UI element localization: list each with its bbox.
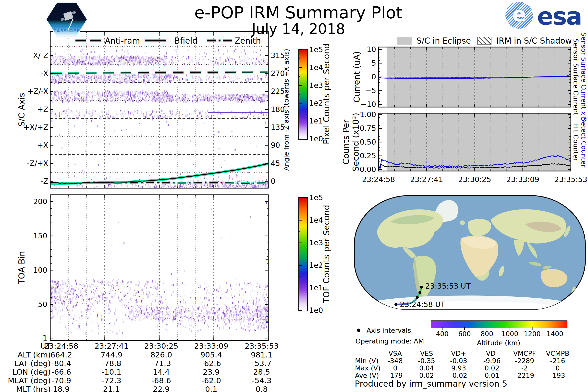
sc-axis-row-label: -Z/+X (27, 160, 48, 167)
voltage-cell: -0.35 (418, 358, 435, 364)
pixel-cbar-tick: 1e1 (309, 117, 323, 125)
voltage-cell: -2219 (515, 372, 534, 379)
legend-shadow-label: IRM in S/C Shadow (496, 37, 572, 45)
plot-graphics (0, 0, 588, 392)
current-ytick: −5 (365, 87, 376, 94)
ephemeris-row-label: ALT (km) (18, 351, 51, 359)
sensor-surface-current-label: Sensor Surface Current (572, 38, 579, 116)
altitude-tick: 1200 (524, 330, 541, 337)
ephemeris-cell: 23:35:53 (244, 342, 278, 350)
voltage-cell: 0.01 (484, 372, 499, 379)
ephemeris-cell: -62.0 (202, 377, 221, 384)
right-time-tick: 23:30:25 (458, 176, 491, 183)
ephemeris-cell: 0.1 (205, 386, 217, 392)
axis-intervals-label: Axis intervals (366, 327, 411, 334)
ephemeris-cell: 21.1 (103, 386, 120, 392)
tof-cbar-tick: 1e2 (309, 262, 323, 269)
voltage-cell: -216 (550, 358, 565, 364)
page-date: July 14, 2018 (252, 22, 345, 36)
ephemeris-cell: -80.4 (52, 360, 71, 367)
angle-tick-label: 315 (271, 52, 285, 59)
tof-cbar-tick: 1e1 (309, 284, 323, 292)
sc-axis-row-label: -X (41, 70, 48, 77)
counts-ytick: 0.75 (360, 125, 376, 132)
current-ytick: 10 (367, 46, 376, 53)
voltage-cell: 9.93 (451, 365, 466, 372)
angle-tick-label: 45 (271, 160, 280, 167)
toa-bin-ylabel: TOA Bin (18, 251, 26, 284)
panel-frame (50, 195, 268, 340)
tof-counts-cbar-label: TOF Counts per Second (322, 205, 330, 303)
legend-bfield-label: Bfield (174, 37, 198, 45)
altitude-tick: 400 (436, 330, 448, 337)
toa-ytick: 200 (33, 198, 47, 205)
voltage-row-label: Max (V) (355, 365, 380, 372)
voltage-cell: -0.02 (450, 372, 467, 379)
ephemeris-cell: -71.3 (152, 360, 171, 367)
eclipse-region (386, 113, 571, 171)
voltage-cell: 0 (393, 365, 397, 372)
ephemeris-cell: -62.6 (202, 360, 221, 367)
angle-tick-label: 0 (271, 178, 276, 185)
counts-ytick: 0.00 (360, 166, 376, 173)
purple-streak (208, 112, 268, 113)
current-ytick: 5 (372, 60, 376, 67)
altitude-tick: 1000 (502, 330, 518, 337)
ephemeris-cell: -53.7 (252, 360, 272, 367)
voltage-cell: 0.02 (419, 372, 434, 379)
esa-e-glyph: e (512, 2, 526, 26)
tof-cbar-tick: 1e0 (309, 307, 323, 314)
ephemeris-row-label: MLAT (deg) (8, 377, 51, 384)
ephemeris-cell: 664.2 (50, 351, 72, 359)
epop-irm-summary-plot: CASSIOPE e esa e-POP IRM Summary Plot Ju… (0, 0, 588, 392)
track-end-label: 23:35:53 UT (425, 282, 471, 290)
sc-axis-row-label: -Z (41, 178, 48, 185)
ephemeris-cell: 18.9 (53, 386, 70, 392)
satellite-icon (63, 11, 74, 20)
ephemeris-cell: -78.8 (102, 360, 121, 367)
angle-tick-label: 135 (271, 124, 285, 131)
sc-axis-ylabel: S/C Axis (18, 93, 26, 127)
pixel-counts-cbar-label: Pixel Counts per Second (322, 43, 330, 144)
ephemeris-cell: 23.9 (202, 368, 220, 376)
pixel-cbar-tick: 1e3 (309, 82, 323, 89)
ephemeris-cell: -68.6 (152, 377, 171, 384)
voltage-row-label: Min (V) (355, 358, 378, 364)
ephemeris-cell: -54.3 (252, 377, 272, 384)
ephemeris-cell: 23:30:25 (144, 342, 178, 350)
right-time-tick: 23:33:09 (506, 176, 539, 183)
pixel-cbar-tick: 1e2 (309, 100, 323, 107)
ephemeris-row-label: LAT (deg) (14, 360, 51, 367)
altitude-bar-label: Altitude (km) (477, 340, 520, 346)
sensor-surface-current-x5-label: Sensor Surface Current x 5 (580, 32, 587, 122)
counts-ytick: 1.00 (360, 111, 376, 118)
counts-ylabel-line1: Counts Per (342, 120, 350, 165)
angle-tick-label: 90 (271, 142, 280, 149)
sc-axis-row-label: -X/-Z (31, 52, 48, 59)
esa-globe-icon: e (506, 2, 533, 29)
voltage-row-label: Ave (V) (355, 372, 379, 379)
ephemeris-cell: -70.9 (52, 377, 71, 384)
pixel-cbar-tick: 1e0 (309, 135, 323, 142)
detect-counter-label: Detect Counter (580, 117, 587, 168)
ephemeris-cell: 905.4 (200, 351, 222, 359)
ephemeris-cell: -72.3 (102, 377, 121, 384)
toa-ytick: 50 (38, 301, 47, 308)
sc-axis-row-label: +X (37, 142, 48, 149)
angle-tick-label: 180 (271, 106, 285, 113)
right-time-tick: 23:24:58 (362, 176, 395, 183)
ephemeris-cell: 23:27:41 (94, 342, 128, 350)
voltage-cell: 0.04 (419, 365, 434, 372)
speckle-layer (50, 202, 270, 335)
ephemeris-cell: 22.9 (153, 386, 170, 392)
voltage-cell: -2289 (515, 358, 534, 364)
pixel-cbar-tick: 1e5 (309, 46, 323, 54)
voltage-cell: 0 (556, 365, 560, 372)
page-title: e-POP IRM Summary Plot (194, 4, 402, 21)
angle-tick-label: 225 (271, 88, 285, 95)
footer-text: Produced by irm_summary version 5 (355, 380, 508, 388)
hit-counter-label: Hit Counter (572, 123, 579, 161)
voltage-column-header: VD+ (451, 350, 466, 357)
voltage-cell: 0.02 (484, 365, 499, 372)
ephemeris-cell: 23:24:58 (44, 342, 78, 350)
